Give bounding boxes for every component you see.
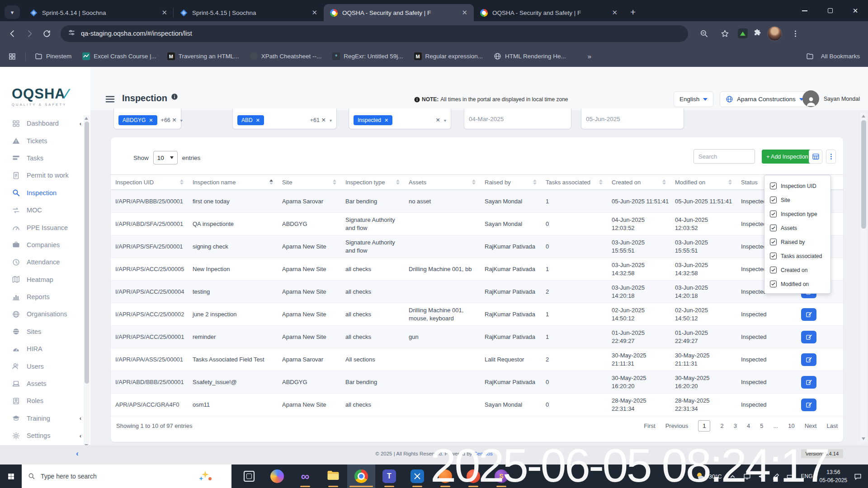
column-header-inspection-type[interactable]: Inspection type	[341, 175, 404, 189]
bookmark-star-icon[interactable]	[717, 26, 732, 41]
column-header-created-on[interactable]: Created on	[607, 175, 670, 189]
sidebar-item-roles[interactable]: Roles	[0, 392, 90, 409]
tab-close-icon[interactable]: ✕	[310, 9, 319, 17]
scroll-down-icon[interactable]	[862, 437, 865, 440]
checkbox-checked-icon[interactable]	[770, 267, 777, 273]
bookmark-item[interactable]: XPath Cheatsheet --...	[250, 52, 322, 60]
pagination-4[interactable]: 4	[747, 422, 750, 429]
close-window-button[interactable]: ✕	[843, 0, 868, 21]
sidebar-item-training[interactable]: Training‹	[0, 410, 90, 427]
sort-arrows-icon[interactable]	[728, 179, 732, 185]
column-header-inspection-uid[interactable]: Inspection UID	[111, 175, 188, 189]
sidebar-item-organisations[interactable]: Organisations	[0, 305, 90, 323]
address-bar[interactable]: qa-staging.oqsha.com/#/inspection/list	[61, 25, 688, 42]
pagination-10[interactable]: 10	[788, 422, 794, 429]
zoom-icon[interactable]	[696, 26, 712, 41]
bookmark-item[interactable]: MTraversing an HTML...	[167, 52, 239, 60]
page-scrollbar-thumb[interactable]	[861, 120, 866, 229]
checkbox-checked-icon[interactable]	[770, 225, 777, 231]
sidebar-item-companies[interactable]: Companies	[0, 236, 90, 253]
filter-chip[interactable]: ABD✕	[237, 115, 264, 125]
pagination-5[interactable]: 5	[760, 422, 763, 429]
info-icon[interactable]	[171, 93, 178, 100]
hamburger-menu-icon[interactable]	[105, 94, 115, 106]
edit-inspection-button[interactable]	[801, 353, 816, 366]
column-header-tasks-associated[interactable]: Tasks associated	[541, 175, 607, 189]
browser-tab[interactable]: Sprint-5.4.15 | Soochna✕	[174, 4, 324, 21]
pagination-previous[interactable]: Previous	[665, 422, 689, 429]
sidebar-item-moc[interactable]: MOC	[0, 202, 90, 219]
checkbox-checked-icon[interactable]	[770, 239, 777, 245]
organisation-selector[interactable]: Aparna Constructions	[720, 91, 810, 107]
taskbar-app-mail[interactable]	[403, 465, 431, 488]
caret-down-icon[interactable]: ▾	[180, 118, 183, 125]
column-toggle-modified-on[interactable]: Modified on	[770, 277, 830, 291]
column-toggle-inspection-uid[interactable]: Inspection UID	[770, 179, 830, 193]
edit-inspection-button[interactable]	[801, 399, 816, 411]
checkbox-checked-icon[interactable]	[770, 281, 777, 287]
reload-button[interactable]	[39, 26, 54, 41]
bookmark-item[interactable]: Excel Crash Course |...	[82, 52, 156, 60]
browser-profile-avatar[interactable]	[767, 26, 782, 41]
tab-search-button[interactable]: ▾	[5, 5, 20, 19]
search-input[interactable]	[693, 149, 755, 164]
chip-remove-icon[interactable]: ✕	[149, 117, 153, 123]
column-header-raised-by[interactable]: Raised by	[480, 175, 541, 189]
column-header-inspection-name[interactable]: Inspection name	[188, 175, 278, 189]
sidebar-item-inspection[interactable]: Inspection	[0, 184, 90, 202]
sort-arrows-icon[interactable]	[396, 179, 400, 185]
checkbox-checked-icon[interactable]	[770, 253, 777, 259]
caret-down-icon[interactable]: ▾	[330, 118, 332, 125]
table-row[interactable]: I/APR/APA/ASS/25/00001Tasks Associated F…	[111, 348, 843, 371]
edit-inspection-button[interactable]	[801, 308, 816, 321]
column-toggle-raised-by[interactable]: Raised by	[770, 235, 830, 249]
caret-down-icon[interactable]: ▾	[444, 118, 446, 125]
sidebar-item-assets[interactable]: Assets	[0, 375, 90, 392]
sidebar-item-permit-to-work[interactable]: Permit to work	[0, 167, 90, 184]
column-toggle-tasks-associated[interactable]: Tasks associated	[770, 249, 830, 263]
table-row[interactable]: I/APR/ABD/SFA/25/00001QA inspectionteABD…	[111, 213, 843, 235]
filter-multiselect[interactable]: Inspected✕✕▾	[349, 108, 451, 129]
table-row[interactable]: I/APR/APS/ACC/25/00005New InpectionAparn…	[111, 258, 843, 281]
sidebar-item-sites[interactable]: Sites	[0, 323, 90, 340]
taskbar-search-box[interactable]: Type here to search	[22, 465, 231, 488]
column-toggle-site[interactable]: Site	[770, 193, 830, 207]
start-button[interactable]	[0, 465, 22, 488]
bookmarks-overflow-chevron[interactable]: »	[588, 52, 591, 60]
page-scrollbar[interactable]	[860, 113, 867, 442]
tab-close-icon[interactable]: ✕	[610, 9, 619, 17]
filter-multiselect[interactable]: ABDGYG✕+66 ✕▾	[113, 108, 181, 129]
checkbox-checked-icon[interactable]	[770, 197, 777, 203]
table-row[interactable]: I/APR/ABD/BBB/25/00001Ssafety_issue!@ABD…	[111, 371, 843, 394]
all-bookmarks[interactable]: All Bookmarks	[806, 52, 860, 60]
pagination-next[interactable]: Next	[805, 422, 817, 429]
pagination-2[interactable]: 2	[720, 422, 723, 429]
bookmark-item[interactable]: HTML Rendering He...	[494, 52, 566, 60]
checkbox-checked-icon[interactable]	[770, 183, 777, 189]
page-size-select[interactable]: 10	[153, 151, 178, 164]
sidebar-item-settings[interactable]: Settings‹	[0, 427, 90, 444]
browser-tab[interactable]: Sprint-5.4.14 | Soochna✕	[24, 4, 174, 21]
sidebar-scrollbar-thumb[interactable]	[85, 122, 89, 384]
pagination--[interactable]: ...	[773, 422, 778, 429]
language-selector[interactable]: English	[674, 91, 713, 107]
user-menu[interactable]: Sayan Mondal	[802, 90, 860, 107]
table-row[interactable]: I/APR/APS/ACC/25/00001reminderAparna New…	[111, 326, 843, 348]
table-row[interactable]: I/APR/APA/BBB/25/00001first one todayApa…	[111, 190, 843, 213]
browser-tab[interactable]: OQSHA - Security and Safety | F✕	[324, 4, 474, 21]
taskbar-app-chrome[interactable]	[347, 465, 375, 488]
chip-remove-icon[interactable]: ✕	[256, 117, 260, 123]
sidebar-item-tickets[interactable]: Tickets	[0, 132, 90, 149]
filter-chip[interactable]: Inspected✕	[354, 115, 392, 125]
taskbar-app-copilot[interactable]	[263, 465, 291, 488]
sidebar-item-tasks[interactable]: Tasks	[0, 150, 90, 167]
sidebar-item-reports[interactable]: Reports	[0, 288, 90, 305]
restore-button[interactable]	[817, 0, 843, 21]
new-tab-button[interactable]: +	[630, 7, 636, 18]
column-toggle-created-on[interactable]: Created on	[770, 263, 830, 277]
apps-grid-icon[interactable]	[8, 52, 16, 61]
edit-inspection-button[interactable]	[801, 376, 816, 389]
tab-close-icon[interactable]: ✕	[460, 9, 469, 17]
column-header-modified-on[interactable]: Modified on	[670, 175, 736, 189]
sidebar-item-ppe-issuance[interactable]: PPE Issuance	[0, 219, 90, 236]
